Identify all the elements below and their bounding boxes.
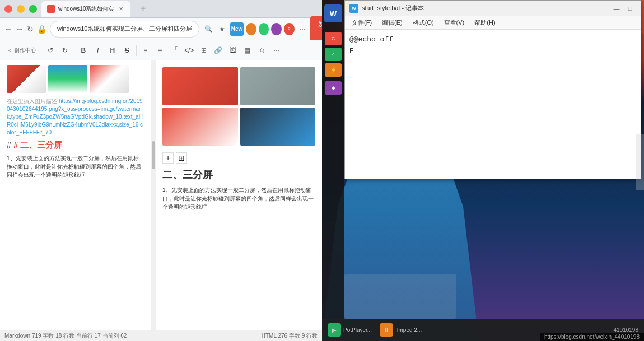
browser-window: windows10系统如何实 ✕ + ← → ↻ 🔒 windows10系统如何…: [0, 0, 322, 341]
code-echo-off: @echo off: [354, 35, 393, 44]
scrollbar-track[interactable]: [151, 60, 156, 330]
refresh-btn[interactable]: ↻: [27, 21, 34, 37]
app-icon-1[interactable]: ✓: [325, 48, 342, 61]
right-section-content: 1、先安装上面的方法实现一般二分屏，然后在用鼠标拖动窗口，此时是让你光标触碰到屏…: [162, 186, 315, 211]
redo-btn[interactable]: ↻: [58, 44, 72, 57]
extension4-icon[interactable]: 2: [284, 23, 295, 35]
new-tab-btn[interactable]: +: [135, 1, 151, 17]
left-taskbar: W C ✓ ⚡ ◆: [322, 0, 344, 319]
notepad-window-buttons: — □: [610, 3, 636, 14]
notepad-minimize-btn[interactable]: —: [610, 3, 623, 14]
menu-format[interactable]: 格式(O): [408, 17, 438, 28]
taskbar-time: 41010198: [610, 327, 642, 333]
url-status-text: https://blog.csdn.net/weixin_44010198: [544, 334, 640, 340]
notepad-maximize-btn[interactable]: □: [624, 3, 636, 14]
right-img-1: [162, 67, 238, 105]
status-right: HTML 276 字数 9 行数: [262, 332, 318, 340]
notepad-icon: W: [349, 4, 358, 13]
image-btn[interactable]: 🖼: [226, 44, 240, 57]
left-panel: 在这里插入图片描述 https://img-blog.csdn img.cn/2…: [0, 60, 151, 330]
italic-btn[interactable]: I: [91, 44, 105, 57]
csdn-icon[interactable]: C: [325, 32, 342, 45]
extension2-icon[interactable]: [259, 23, 269, 35]
right-img-4: [240, 108, 316, 146]
app-icon-3[interactable]: ◆: [325, 81, 342, 95]
word-icon[interactable]: W: [324, 4, 342, 22]
table-btn[interactable]: ⊞: [197, 44, 211, 57]
collapse-btn[interactable]: ⊞: [176, 152, 187, 164]
menu-view[interactable]: 查看(V): [440, 17, 469, 28]
code-at: @: [349, 35, 354, 44]
menu-help[interactable]: 帮助(H): [470, 17, 500, 28]
section-subheading: # # 二、三分屏: [7, 140, 144, 151]
back-btn[interactable]: ←: [4, 21, 12, 37]
desktop-icon-tray: [636, 134, 644, 190]
section-subtitle-text: # 二、三分屏: [13, 140, 63, 150]
forward-btn[interactable]: →: [16, 21, 24, 37]
expand-btn[interactable]: +: [162, 152, 174, 164]
editor-toolbar: ＜ 创作中心 ↺ ↻ B I H S ≡ ≡ 「 </> ⊞ 🔗 🖼 ▤ ⎙ ⋯: [0, 40, 322, 60]
code-btn[interactable]: </>: [183, 44, 196, 57]
status-bar: Markdown 719 字数 18 行数 当前行 17 当前列 62 HTML…: [0, 330, 322, 341]
ol-btn[interactable]: ≡: [153, 44, 167, 57]
thumbnail-3: [90, 65, 129, 93]
home-btn[interactable]: 🔒: [37, 21, 46, 37]
content-area: 在这里插入图片描述 https://img-blog.csdn img.cn/2…: [0, 60, 322, 330]
taskbar-separator-1: [324, 27, 342, 27]
close-window-btn[interactable]: [4, 5, 12, 13]
code-line-1: @@echo off: [349, 34, 636, 46]
insert-hint-text: 在这里插入图片描述: [7, 98, 57, 104]
notepad-icon-text: W: [352, 6, 356, 11]
maximize-window-btn[interactable]: [29, 5, 37, 13]
ffmpeg-taskbar-item[interactable]: ff ffmpeg 2...: [376, 320, 425, 339]
left-section-content: 1、先安装上面的方法实现一般二分屏，然后在用鼠标拖动窗口，此时是让你光标触碰到屏…: [7, 154, 144, 179]
thumbnail-row: [7, 65, 144, 93]
img-placeholder-1: [7, 65, 46, 93]
right-section-heading: 二、三分屏: [162, 168, 315, 181]
code-line-2: E: [349, 46, 636, 58]
bookmark-icon[interactable]: ★: [217, 22, 228, 36]
menu-edit[interactable]: 编辑(E): [377, 17, 407, 28]
desktop-blurred-area: [344, 274, 456, 319]
ul-btn[interactable]: ≡: [139, 44, 152, 57]
notepad-content[interactable]: @@echo off E: [345, 30, 641, 179]
strikethrough-btn[interactable]: S: [120, 44, 134, 57]
nav-back-label: ＜ 创作中心: [4, 46, 39, 54]
print-btn[interactable]: ⎙: [255, 44, 269, 57]
undo-btn[interactable]: ↺: [44, 44, 57, 57]
notepad-titlebar: W start_style.bat - 记事本 — □: [345, 1, 641, 16]
extension3-icon[interactable]: [271, 23, 282, 35]
app-icon-2[interactable]: ⚡: [325, 63, 342, 77]
address-bar[interactable]: windows10系统如何实现二分屏、二分屏和四分屏: [50, 21, 199, 38]
more-btn[interactable]: ⋯: [270, 44, 283, 57]
right-img-3: [162, 108, 238, 146]
code-line2-text: E: [349, 47, 354, 55]
notepad-window: W start_style.bat - 记事本 — □ 文件(F) 编辑(E) …: [344, 0, 641, 179]
section-heading-text: 二、三分屏: [162, 169, 213, 180]
scrollbar-thumb[interactable]: [152, 141, 155, 169]
potplayer-taskbar-item[interactable]: ▶ PotPlayer...: [324, 320, 375, 339]
notepad-title: start_style.bat - 记事本: [362, 4, 607, 12]
minimize-window-btn[interactable]: [17, 5, 25, 13]
right-panel-controls: + ⊞: [162, 152, 315, 164]
heading-btn[interactable]: H: [106, 44, 119, 57]
ffmpeg-icon: ff: [380, 323, 393, 337]
bold-btn[interactable]: B: [77, 44, 90, 57]
browser-toolbar: ← → ↻ 🔒 windows10系统如何实现二分屏、二分屏和四分屏 🔍 ★ N…: [0, 18, 322, 40]
right-panel: + ⊞ 二、三分屏 1、先安装上面的方法实现一般二分屏，然后在用鼠标拖动窗口，此…: [156, 60, 322, 330]
tab-close-btn[interactable]: ✕: [117, 5, 125, 13]
menu-file[interactable]: 文件(F): [347, 17, 376, 28]
browser-tab[interactable]: windows10系统如何实 ✕: [41, 1, 130, 17]
quote-btn[interactable]: 「: [168, 44, 181, 57]
more-icon[interactable]: ⋯: [297, 22, 308, 36]
link-btn[interactable]: 🔗: [212, 44, 225, 57]
new-badge: New: [230, 22, 244, 36]
url-status-bar: https://blog.csdn.net/weixin_44010198: [540, 333, 644, 341]
desktop-wallpaper: W C ✓ ⚡ ◆ W start_style.bat - 记事本 — □ 文件…: [322, 0, 644, 341]
extension1-icon[interactable]: [246, 23, 256, 35]
img-placeholder-2: [48, 65, 87, 93]
browser-titlebar: windows10系统如何实 ✕ +: [0, 0, 322, 18]
format-btn[interactable]: ▤: [241, 44, 254, 57]
toolbar-divider3: [136, 45, 137, 56]
search-icon[interactable]: 🔍: [203, 22, 214, 36]
